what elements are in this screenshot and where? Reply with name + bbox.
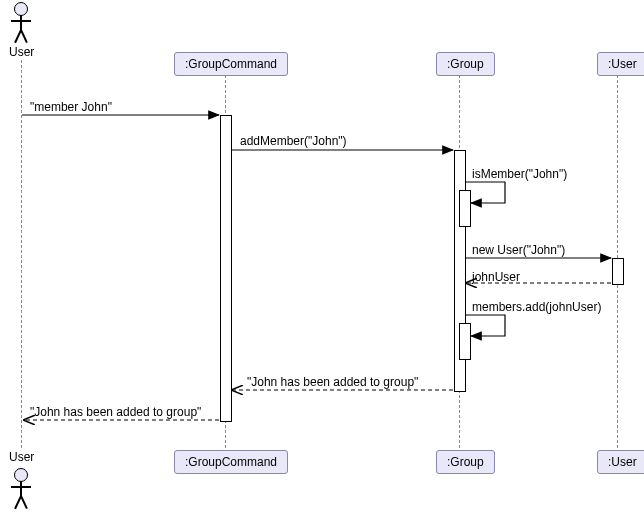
activation-bar <box>220 115 232 422</box>
participant-label: :GroupCommand <box>185 455 277 469</box>
participant-user-class: :User <box>597 450 644 474</box>
message-label: isMember("John") <box>472 167 567 181</box>
participant-group: :Group <box>436 52 495 76</box>
lifeline <box>21 60 22 448</box>
actor-leg-icon <box>20 496 27 509</box>
actor-leg-icon <box>20 30 27 43</box>
message-label: "John has been added to group" <box>30 405 201 419</box>
participant-group-command: :GroupCommand <box>174 450 288 474</box>
activation-bar <box>459 323 471 360</box>
message-label: addMember("John") <box>240 134 347 148</box>
actor-arms-icon <box>11 20 31 22</box>
participant-label: :User <box>608 455 637 469</box>
arrows-overlay <box>0 0 644 522</box>
actor-arms-icon <box>11 486 31 488</box>
activation-bar <box>612 258 624 285</box>
participant-label: :GroupCommand <box>185 57 277 71</box>
actor-label: User <box>9 450 34 464</box>
participant-label: :Group <box>447 57 484 71</box>
message-label: new User("John") <box>472 243 565 257</box>
actor-head-icon <box>14 468 28 482</box>
activation-bar <box>459 190 471 227</box>
sequence-diagram: User User :GroupCommand :Group :User :Gr… <box>0 0 644 522</box>
participant-group-command: :GroupCommand <box>174 52 288 76</box>
message-label: members.add(johnUser) <box>472 300 601 314</box>
participant-user-class: :User <box>597 52 644 76</box>
message-label: "member John" <box>30 100 112 114</box>
message-label: "John has been added to group" <box>247 375 418 389</box>
participant-label: :Group <box>447 455 484 469</box>
actor-label: User <box>9 45 34 59</box>
participant-group: :Group <box>436 450 495 474</box>
message-label: johnUser <box>472 270 520 284</box>
participant-label: :User <box>608 57 637 71</box>
actor-head-icon <box>14 2 28 16</box>
